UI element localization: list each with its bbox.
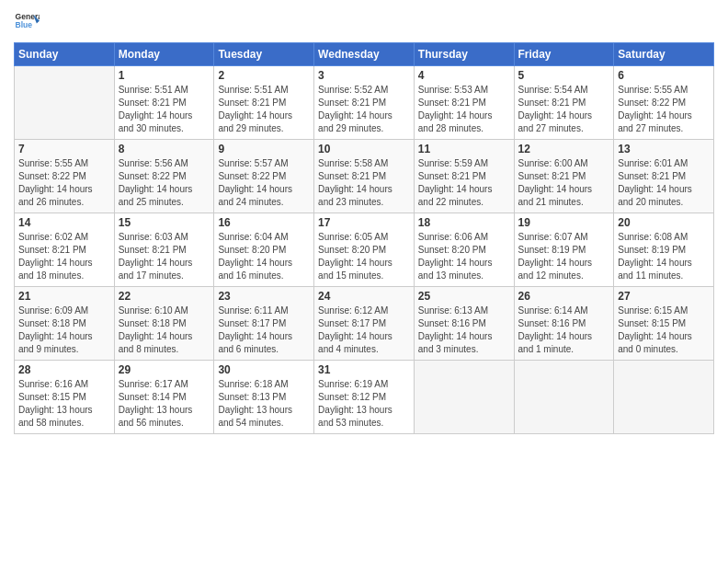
day-number: 31 xyxy=(318,363,410,376)
calendar-table: SundayMondayTuesdayWednesdayThursdayFrid… xyxy=(14,42,714,434)
day-info: Sunrise: 5:54 AM Sunset: 8:21 PM Dayligh… xyxy=(518,84,610,135)
day-number: 6 xyxy=(618,69,710,82)
calendar-cell: 8Sunrise: 5:56 AM Sunset: 8:22 PM Daylig… xyxy=(114,140,214,213)
day-number: 2 xyxy=(218,69,310,82)
calendar-cell: 10Sunrise: 5:58 AM Sunset: 8:21 PM Dayli… xyxy=(314,140,415,213)
day-info: Sunrise: 6:08 AM Sunset: 8:19 PM Dayligh… xyxy=(618,231,710,282)
calendar-cell: 6Sunrise: 5:55 AM Sunset: 8:22 PM Daylig… xyxy=(614,66,714,140)
day-info: Sunrise: 6:18 AM Sunset: 8:13 PM Dayligh… xyxy=(218,378,310,430)
day-info: Sunrise: 5:55 AM Sunset: 8:22 PM Dayligh… xyxy=(18,157,110,209)
day-number: 1 xyxy=(119,69,210,82)
day-number: 25 xyxy=(418,290,510,303)
day-info: Sunrise: 6:00 AM Sunset: 8:21 PM Dayligh… xyxy=(518,157,610,209)
calendar-week-row: 14Sunrise: 6:02 AM Sunset: 8:21 PM Dayli… xyxy=(15,213,714,287)
calendar-week-row: 21Sunrise: 6:09 AM Sunset: 8:18 PM Dayli… xyxy=(15,287,714,361)
day-number: 21 xyxy=(18,290,110,303)
calendar-cell: 12Sunrise: 6:00 AM Sunset: 8:21 PM Dayli… xyxy=(514,140,614,213)
day-number: 13 xyxy=(618,143,710,155)
calendar-cell: 29Sunrise: 6:17 AM Sunset: 8:14 PM Dayli… xyxy=(114,361,214,434)
day-info: Sunrise: 6:16 AM Sunset: 8:15 PM Dayligh… xyxy=(18,378,110,430)
calendar-cell: 25Sunrise: 6:13 AM Sunset: 8:16 PM Dayli… xyxy=(414,287,514,361)
calendar-cell: 31Sunrise: 6:19 AM Sunset: 8:12 PM Dayli… xyxy=(314,361,415,434)
day-number: 10 xyxy=(318,143,410,155)
weekday-header-monday: Monday xyxy=(114,43,214,66)
day-info: Sunrise: 6:12 AM Sunset: 8:17 PM Dayligh… xyxy=(318,304,410,356)
day-info: Sunrise: 5:55 AM Sunset: 8:22 PM Dayligh… xyxy=(618,84,710,135)
day-info: Sunrise: 6:06 AM Sunset: 8:20 PM Dayligh… xyxy=(418,231,510,282)
day-info: Sunrise: 6:17 AM Sunset: 8:14 PM Dayligh… xyxy=(119,378,210,430)
calendar-cell xyxy=(614,361,714,434)
calendar-cell: 5Sunrise: 5:54 AM Sunset: 8:21 PM Daylig… xyxy=(514,66,614,140)
calendar-cell: 2Sunrise: 5:51 AM Sunset: 8:21 PM Daylig… xyxy=(214,66,314,140)
day-info: Sunrise: 6:03 AM Sunset: 8:21 PM Dayligh… xyxy=(119,231,210,282)
day-info: Sunrise: 5:51 AM Sunset: 8:21 PM Dayligh… xyxy=(218,84,310,135)
day-number: 12 xyxy=(518,143,610,155)
day-info: Sunrise: 6:11 AM Sunset: 8:17 PM Dayligh… xyxy=(218,304,310,356)
day-number: 4 xyxy=(418,69,510,82)
weekday-header-thursday: Thursday xyxy=(414,43,514,66)
day-number: 3 xyxy=(318,69,410,82)
calendar-cell: 22Sunrise: 6:10 AM Sunset: 8:18 PM Dayli… xyxy=(114,287,214,361)
day-number: 16 xyxy=(218,216,310,229)
day-number: 17 xyxy=(318,216,410,229)
day-info: Sunrise: 5:59 AM Sunset: 8:21 PM Dayligh… xyxy=(418,157,510,209)
day-info: Sunrise: 6:15 AM Sunset: 8:15 PM Dayligh… xyxy=(618,304,710,356)
day-number: 29 xyxy=(119,363,210,376)
calendar-cell: 14Sunrise: 6:02 AM Sunset: 8:21 PM Dayli… xyxy=(15,213,115,287)
day-number: 30 xyxy=(218,363,310,376)
day-number: 24 xyxy=(318,290,410,303)
day-number: 28 xyxy=(18,363,110,376)
day-info: Sunrise: 6:02 AM Sunset: 8:21 PM Dayligh… xyxy=(18,231,110,282)
day-info: Sunrise: 5:58 AM Sunset: 8:21 PM Dayligh… xyxy=(318,157,410,209)
calendar-cell: 9Sunrise: 5:57 AM Sunset: 8:22 PM Daylig… xyxy=(214,140,314,213)
weekday-header-tuesday: Tuesday xyxy=(214,43,314,66)
day-number: 20 xyxy=(618,216,710,229)
day-info: Sunrise: 6:01 AM Sunset: 8:21 PM Dayligh… xyxy=(618,157,710,209)
calendar-cell: 26Sunrise: 6:14 AM Sunset: 8:16 PM Dayli… xyxy=(514,287,614,361)
svg-text:Blue: Blue xyxy=(16,20,33,29)
calendar-cell: 11Sunrise: 5:59 AM Sunset: 8:21 PM Dayli… xyxy=(414,140,514,213)
calendar-cell: 3Sunrise: 5:52 AM Sunset: 8:21 PM Daylig… xyxy=(314,66,415,140)
day-number: 11 xyxy=(418,143,510,155)
weekday-header-sunday: Sunday xyxy=(15,43,115,66)
day-info: Sunrise: 6:07 AM Sunset: 8:19 PM Dayligh… xyxy=(518,231,610,282)
logo: General Blue xyxy=(14,9,40,35)
calendar-cell: 27Sunrise: 6:15 AM Sunset: 8:15 PM Dayli… xyxy=(614,287,714,361)
day-info: Sunrise: 5:56 AM Sunset: 8:22 PM Dayligh… xyxy=(119,157,210,209)
calendar-cell: 30Sunrise: 6:18 AM Sunset: 8:13 PM Dayli… xyxy=(214,361,314,434)
day-number: 27 xyxy=(618,290,710,303)
day-info: Sunrise: 6:10 AM Sunset: 8:18 PM Dayligh… xyxy=(119,304,210,356)
weekday-header-friday: Friday xyxy=(514,43,614,66)
day-number: 9 xyxy=(218,143,310,155)
calendar-cell: 21Sunrise: 6:09 AM Sunset: 8:18 PM Dayli… xyxy=(15,287,115,361)
day-number: 5 xyxy=(518,69,610,82)
day-number: 26 xyxy=(518,290,610,303)
day-number: 22 xyxy=(119,290,210,303)
day-info: Sunrise: 6:13 AM Sunset: 8:16 PM Dayligh… xyxy=(418,304,510,356)
calendar-cell: 1Sunrise: 5:51 AM Sunset: 8:21 PM Daylig… xyxy=(114,66,214,140)
calendar-cell: 4Sunrise: 5:53 AM Sunset: 8:21 PM Daylig… xyxy=(414,66,514,140)
calendar-cell: 16Sunrise: 6:04 AM Sunset: 8:20 PM Dayli… xyxy=(214,213,314,287)
day-info: Sunrise: 5:53 AM Sunset: 8:21 PM Dayligh… xyxy=(418,84,510,135)
weekday-header-wednesday: Wednesday xyxy=(314,43,415,66)
calendar-cell: 15Sunrise: 6:03 AM Sunset: 8:21 PM Dayli… xyxy=(114,213,214,287)
calendar-cell: 17Sunrise: 6:05 AM Sunset: 8:20 PM Dayli… xyxy=(314,213,415,287)
day-number: 23 xyxy=(218,290,310,303)
calendar-cell: 20Sunrise: 6:08 AM Sunset: 8:19 PM Dayli… xyxy=(614,213,714,287)
day-info: Sunrise: 6:05 AM Sunset: 8:20 PM Dayligh… xyxy=(318,231,410,282)
weekday-header-row: SundayMondayTuesdayWednesdayThursdayFrid… xyxy=(15,43,714,66)
day-number: 8 xyxy=(119,143,210,155)
calendar-cell: 23Sunrise: 6:11 AM Sunset: 8:17 PM Dayli… xyxy=(214,287,314,361)
calendar-cell: 28Sunrise: 6:16 AM Sunset: 8:15 PM Dayli… xyxy=(15,361,115,434)
calendar-cell xyxy=(414,361,514,434)
calendar-cell: 19Sunrise: 6:07 AM Sunset: 8:19 PM Dayli… xyxy=(514,213,614,287)
weekday-header-saturday: Saturday xyxy=(614,43,714,66)
calendar-cell: 24Sunrise: 6:12 AM Sunset: 8:17 PM Dayli… xyxy=(314,287,415,361)
calendar-week-row: 28Sunrise: 6:16 AM Sunset: 8:15 PM Dayli… xyxy=(15,361,714,434)
day-info: Sunrise: 6:14 AM Sunset: 8:16 PM Dayligh… xyxy=(518,304,610,356)
calendar-cell: 18Sunrise: 6:06 AM Sunset: 8:20 PM Dayli… xyxy=(414,213,514,287)
day-info: Sunrise: 6:19 AM Sunset: 8:12 PM Dayligh… xyxy=(318,378,410,430)
calendar-cell: 13Sunrise: 6:01 AM Sunset: 8:21 PM Dayli… xyxy=(614,140,714,213)
calendar-cell xyxy=(15,66,115,140)
logo-icon: General Blue xyxy=(14,9,40,35)
